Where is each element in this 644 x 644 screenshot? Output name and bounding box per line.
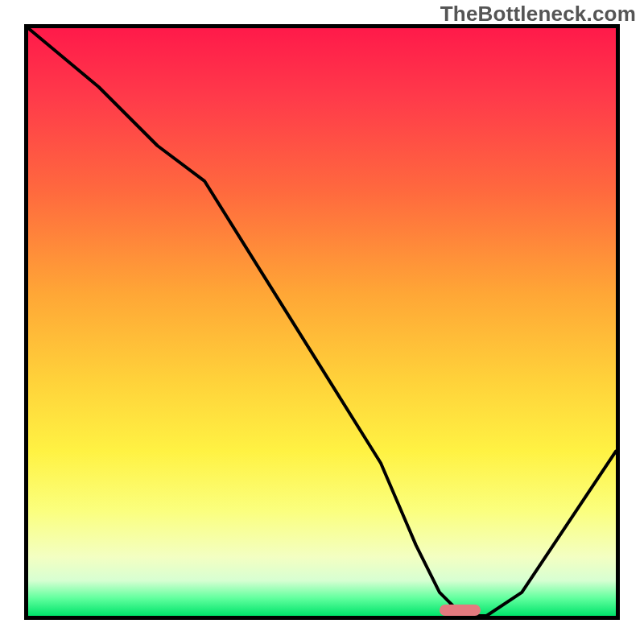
bottleneck-curve — [28, 28, 616, 616]
optimal-marker — [440, 605, 481, 616]
plot-area — [24, 24, 620, 620]
watermark-text: TheBottleneck.com — [440, 2, 636, 27]
chart-frame: TheBottleneck.com — [0, 0, 644, 644]
